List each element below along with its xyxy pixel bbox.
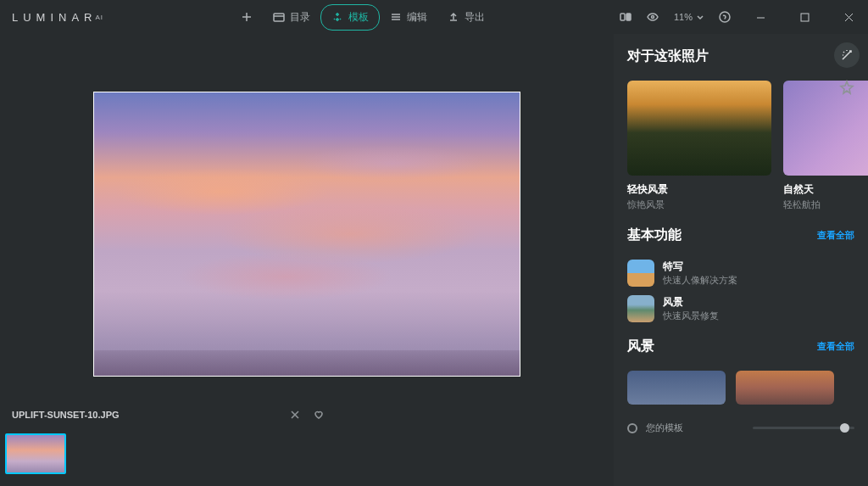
svg-rect-1 bbox=[620, 14, 625, 20]
for-you-card-1-sub: 惊艳风景 bbox=[627, 198, 771, 211]
landscape-row bbox=[627, 371, 854, 405]
template-strength-slider[interactable] bbox=[753, 427, 854, 429]
for-you-card-2-title: 自然天 bbox=[783, 182, 868, 197]
favorite-template-button[interactable] bbox=[834, 75, 860, 100]
landscape-thumb-2[interactable] bbox=[736, 371, 834, 405]
landscape-title: 风景 bbox=[627, 338, 654, 355]
zoom-value: 11% bbox=[674, 12, 693, 22]
tab-export[interactable]: 导出 bbox=[437, 5, 495, 30]
reject-icon[interactable] bbox=[290, 410, 300, 420]
slider-knob[interactable] bbox=[840, 423, 849, 433]
basic-sub-2: 快速风景修复 bbox=[663, 310, 719, 322]
plus-icon bbox=[241, 11, 253, 23]
export-icon bbox=[448, 11, 459, 23]
top-bar: LUMINAR AI 目录 模板 编辑 导出 11% bbox=[0, 0, 868, 34]
window-maximize[interactable] bbox=[790, 4, 819, 30]
folder-icon bbox=[273, 11, 285, 23]
sky-artwork bbox=[94, 92, 520, 376]
tab-templates-label: 模板 bbox=[348, 10, 369, 25]
basic-item-landscape[interactable]: 风景 快速风景修复 bbox=[627, 295, 854, 322]
magic-button[interactable] bbox=[834, 42, 860, 68]
svg-point-3 bbox=[651, 16, 654, 19]
for-you-head: 对于这张照片 bbox=[627, 47, 854, 65]
sparkle-icon bbox=[331, 11, 343, 23]
tab-catalog[interactable]: 目录 bbox=[263, 5, 320, 30]
svg-point-4 bbox=[720, 12, 730, 22]
chevron-down-icon bbox=[696, 14, 704, 21]
image-preview[interactable] bbox=[93, 92, 520, 377]
for-you-row: 轻快风景 惊艳风景 自然天 轻松航拍 bbox=[627, 81, 854, 211]
basic-thumb-landscape bbox=[627, 295, 654, 322]
basic-sub-1: 快速人像解决方案 bbox=[663, 274, 737, 287]
viewer-panel: UPLIFT-SUNSET-10.JPG bbox=[0, 34, 614, 486]
compare-icon[interactable] bbox=[620, 11, 632, 23]
template-slider-label: 您的模板 bbox=[646, 422, 683, 434]
for-you-card-1[interactable]: 轻快风景 惊艳风景 bbox=[627, 81, 771, 211]
basic-name-1: 特写 bbox=[663, 260, 737, 274]
tab-edit[interactable]: 编辑 bbox=[380, 5, 437, 30]
svg-rect-5 bbox=[801, 14, 809, 21]
window-close[interactable] bbox=[834, 4, 863, 30]
app-logo: LUMINAR AI bbox=[12, 11, 103, 24]
basic-item-portrait[interactable]: 特写 快速人像解决方案 bbox=[627, 260, 854, 287]
add-button[interactable] bbox=[231, 6, 263, 28]
template-slider-row: 您的模板 bbox=[627, 422, 854, 434]
sliders-icon bbox=[390, 11, 402, 23]
basic-list: 特写 快速人像解决方案 风景 快速风景修复 bbox=[627, 260, 854, 322]
tab-export-label: 导出 bbox=[465, 10, 485, 25]
templates-panel: 对于这张照片 轻快风景 惊艳风景 自然天 轻松航拍 基本功能 查看全部 特写 bbox=[614, 34, 868, 486]
landscape-view-all[interactable]: 查看全部 bbox=[817, 340, 854, 353]
file-name: UPLIFT-SUNSET-10.JPG bbox=[12, 410, 120, 420]
thumbnail-selected[interactable] bbox=[5, 433, 66, 474]
basic-head: 基本功能 查看全部 bbox=[627, 226, 854, 244]
for-you-thumb-1 bbox=[627, 81, 771, 176]
svg-rect-2 bbox=[626, 14, 631, 20]
template-radio[interactable] bbox=[627, 423, 637, 433]
favorite-icon[interactable] bbox=[314, 410, 324, 420]
star-icon bbox=[839, 80, 854, 95]
for-you-card-1-title: 轻快风景 bbox=[627, 182, 771, 197]
basic-title: 基本功能 bbox=[627, 226, 682, 244]
basic-view-all[interactable]: 查看全部 bbox=[817, 229, 854, 242]
filmstrip bbox=[0, 430, 614, 486]
svg-rect-0 bbox=[274, 14, 284, 21]
tab-catalog-label: 目录 bbox=[290, 10, 310, 25]
eye-icon[interactable] bbox=[647, 11, 659, 23]
help-icon[interactable] bbox=[719, 11, 731, 23]
tab-templates[interactable]: 模板 bbox=[320, 4, 380, 31]
panel-float-actions bbox=[834, 42, 860, 100]
file-info-row: UPLIFT-SUNSET-10.JPG bbox=[0, 399, 614, 430]
app-suffix: AI bbox=[96, 14, 104, 21]
app-name: LUMINAR bbox=[12, 11, 97, 24]
for-you-card-2-sub: 轻松航拍 bbox=[783, 198, 868, 211]
wand-icon bbox=[840, 48, 854, 62]
landscape-head: 风景 查看全部 bbox=[627, 338, 854, 355]
tab-edit-label: 编辑 bbox=[407, 10, 427, 25]
window-minimize[interactable] bbox=[746, 4, 775, 30]
basic-name-2: 风景 bbox=[663, 295, 719, 310]
for-you-title: 对于这张照片 bbox=[627, 47, 709, 65]
canvas-area bbox=[0, 34, 614, 399]
for-you-card-2[interactable]: 自然天 轻松航拍 bbox=[783, 81, 868, 211]
basic-thumb-portrait bbox=[627, 260, 654, 287]
main-area: UPLIFT-SUNSET-10.JPG 对于这张照片 轻快风景 bbox=[0, 34, 868, 486]
landscape-thumb-1[interactable] bbox=[627, 371, 726, 405]
zoom-control[interactable]: 11% bbox=[674, 12, 704, 22]
